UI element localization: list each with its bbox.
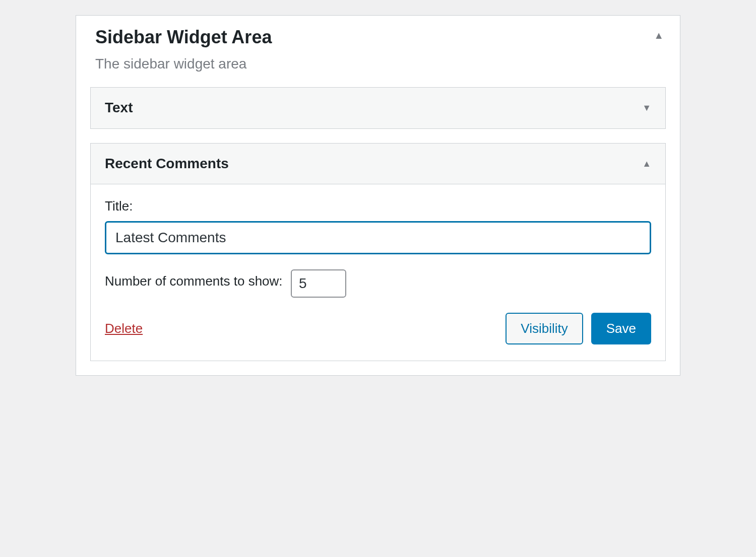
widget-recent-comments-header[interactable]: Recent Comments ▲ <box>91 144 665 184</box>
visibility-button[interactable]: Visibility <box>506 313 583 344</box>
chevron-down-icon: ▼ <box>642 103 651 113</box>
widget-text: Text ▼ <box>90 87 666 129</box>
delete-link[interactable]: Delete <box>105 321 143 336</box>
widget-recent-comments-body: Title: Number of comments to show: Delet… <box>91 184 665 361</box>
widget-text-title: Text <box>105 100 133 116</box>
widget-area-container: Sidebar Widget Area The sidebar widget a… <box>76 15 680 376</box>
number-field-group: Number of comments to show: <box>105 269 651 298</box>
widget-recent-comments: Recent Comments ▲ Title: Number of comme… <box>90 143 666 361</box>
widget-recent-comments-title: Recent Comments <box>105 156 229 172</box>
widget-actions: Delete Visibility Save <box>105 313 651 344</box>
collapse-area-icon[interactable]: ▲ <box>654 30 664 41</box>
chevron-up-icon: ▲ <box>642 159 651 169</box>
number-input[interactable] <box>291 269 346 298</box>
save-button[interactable]: Save <box>591 313 651 344</box>
title-input[interactable] <box>105 221 651 254</box>
widget-area-header: Sidebar Widget Area The sidebar widget a… <box>76 16 680 87</box>
number-label: Number of comments to show: <box>105 273 283 289</box>
widget-text-header[interactable]: Text ▼ <box>91 88 665 128</box>
widget-area-description: The sidebar widget area <box>95 56 661 72</box>
button-group: Visibility Save <box>506 313 651 344</box>
widget-area-title: Sidebar Widget Area <box>95 27 661 48</box>
title-label: Title: <box>105 198 651 214</box>
title-field-group: Title: <box>105 198 651 254</box>
